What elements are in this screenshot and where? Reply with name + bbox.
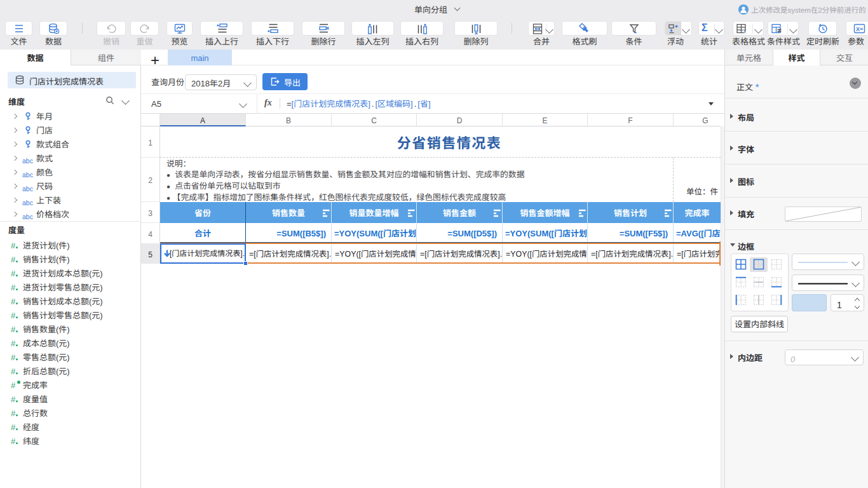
svg-text:X=: X= [856,25,863,32]
